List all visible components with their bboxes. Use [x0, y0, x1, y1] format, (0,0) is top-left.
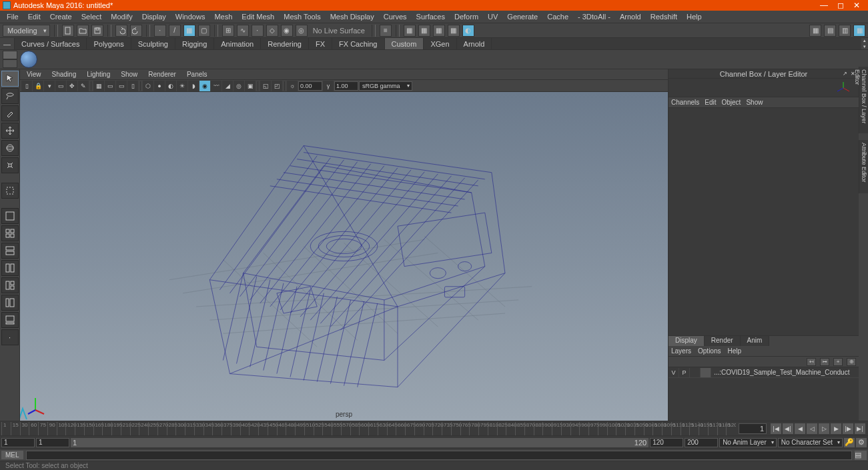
maximize-button[interactable]: ◻ — [837, 1, 844, 10]
layer-tab-display[interactable]: Display — [669, 336, 705, 346]
vp-select-camera-button[interactable]: ▯ — [21, 81, 32, 91]
construction-history-button[interactable]: ≡ — [380, 25, 392, 37]
attribute-editor-side-tab[interactable]: Attribute Editor — [859, 140, 868, 193]
vp-2d-pan-button[interactable]: ✥ — [67, 81, 77, 91]
select-object-button[interactable]: ▢ — [198, 25, 210, 37]
snap-grid-button[interactable]: ⊞ — [222, 25, 234, 37]
playback-start-field[interactable]: 1 — [36, 438, 69, 447]
vp-lock-camera-button[interactable]: 🔒 — [33, 81, 43, 91]
shelf-tab-polygons[interactable]: Polygons — [87, 38, 131, 49]
menu-create[interactable]: Create — [46, 11, 76, 22]
menu-mesh[interactable]: Mesh — [210, 11, 236, 22]
vp-gate-mask-button[interactable]: ▯ — [127, 81, 138, 91]
open-scene-button[interactable] — [77, 25, 89, 37]
layout-single-button[interactable] — [1, 208, 19, 224]
anim-end-field[interactable]: 200 — [685, 438, 718, 447]
vp-menu-renderer[interactable]: Renderer — [144, 70, 180, 79]
shelf-swatch-button[interactable] — [3, 51, 17, 68]
channel-menu-channels[interactable]: Channels — [671, 99, 699, 106]
layer-new-selected-button[interactable]: ⊕ — [847, 358, 856, 366]
menu-modify[interactable]: Modify — [107, 11, 136, 22]
vp-textured-button[interactable]: ◐ — [165, 81, 176, 91]
playback-end-field[interactable]: 120 — [650, 438, 683, 447]
menu--3dtoall-[interactable]: - 3DtoAll - — [574, 11, 614, 22]
viewport[interactable]: persp — [20, 92, 668, 421]
current-frame-field[interactable]: 1 — [739, 423, 767, 434]
shelf-tab-curves-surfaces[interactable]: Curves / Surfaces — [15, 38, 87, 49]
select-face-button[interactable]: ▦ — [183, 25, 195, 37]
vp-menu-view[interactable]: View — [23, 70, 45, 79]
layer-row[interactable]: V P ...:COVID19_Sample_Test_Machine_Cond… — [669, 367, 859, 378]
layer-tab-render[interactable]: Render — [705, 336, 741, 346]
autokey-button[interactable]: 🔑 — [844, 438, 855, 447]
shelf-scroll-down[interactable]: ▾ — [861, 44, 868, 50]
go-end-button[interactable]: ▶| — [855, 423, 865, 434]
vp-menu-shading[interactable]: Shading — [48, 70, 81, 79]
layout-two-v-button[interactable] — [1, 260, 19, 276]
menu-surfaces[interactable]: Surfaces — [412, 11, 449, 22]
snap-curve-button[interactable]: ∿ — [237, 25, 249, 37]
command-input[interactable] — [26, 451, 852, 460]
vp-colorspace-dropdown[interactable]: sRGB gamma — [359, 81, 412, 91]
vp-shaded-button[interactable]: ● — [154, 81, 165, 91]
panel-layout-2-button[interactable]: ▤ — [824, 25, 836, 37]
step-forward-key-button[interactable]: |▶ — [843, 423, 853, 434]
shelf-tab-fx-caching[interactable]: FX Caching — [332, 38, 384, 49]
render-sequence-button[interactable]: ▦ — [433, 25, 445, 37]
panel-layout-1-button[interactable]: ▦ — [809, 25, 821, 37]
menu-display[interactable]: Display — [138, 11, 170, 22]
vp-image-plane-button[interactable]: ▭ — [55, 81, 66, 91]
layer-move-up-button[interactable]: ↤ — [807, 358, 816, 366]
render-settings-button[interactable]: ▦ — [448, 25, 460, 37]
layer-new-empty-button[interactable]: + — [833, 358, 843, 366]
view-cube[interactable] — [669, 79, 859, 97]
menu-edit[interactable]: Edit — [24, 11, 45, 22]
anim-layer-dropdown[interactable]: No Anim Layer — [719, 438, 777, 447]
vp-wireframe-button[interactable]: ⬡ — [143, 81, 153, 91]
vp-bookmark-button[interactable]: ▾ — [44, 81, 55, 91]
redo-button[interactable] — [130, 25, 142, 37]
vp-dof-button[interactable]: ◎ — [234, 81, 244, 91]
menu-mesh-tools[interactable]: Mesh Tools — [280, 11, 324, 22]
vp-film-gate-button[interactable]: ▭ — [105, 81, 115, 91]
select-tool[interactable] — [1, 71, 19, 87]
layer-display-type-toggle[interactable] — [690, 368, 701, 377]
menu-edit-mesh[interactable]: Edit Mesh — [238, 11, 278, 22]
vp-shadows-button[interactable]: ◗ — [188, 81, 199, 91]
playback-prefs-button[interactable]: ⚙ — [856, 438, 867, 447]
shelf-collapse-button[interactable]: — — [0, 38, 15, 49]
shelf-item-1[interactable] — [20, 51, 37, 68]
vp-menu-show[interactable]: Show — [117, 70, 141, 79]
vp-gamma-field[interactable]: 1.00 — [334, 81, 358, 91]
paint-select-tool[interactable] — [1, 105, 19, 121]
shelf-tab-rendering[interactable]: Rendering — [261, 38, 309, 49]
shelf-tab-sculpting[interactable]: Sculpting — [131, 38, 175, 49]
vp-aa-button[interactable]: ◢ — [222, 81, 233, 91]
select-vertex-button[interactable]: · — [154, 25, 166, 37]
vp-ao-button[interactable]: ◉ — [199, 81, 210, 91]
menu-uv[interactable]: UV — [484, 11, 502, 22]
vp-isolate-button[interactable]: ▣ — [245, 81, 256, 91]
layer-name[interactable]: ...:COVID19_Sample_Test_Machine_Conduct — [711, 369, 852, 376]
menu-arnold[interactable]: Arnold — [616, 11, 645, 22]
menu-select[interactable]: Select — [77, 11, 106, 22]
hypershade-button[interactable]: ◐ — [462, 25, 474, 37]
shelf-tab-fx[interactable]: FX — [309, 38, 332, 49]
channel-list[interactable] — [669, 108, 859, 335]
range-handle[interactable]: 1120 — [71, 439, 648, 447]
snap-live-button[interactable]: ◉ — [281, 25, 293, 37]
menu-generate[interactable]: Generate — [503, 11, 542, 22]
shelf-tab-xgen[interactable]: XGen — [424, 38, 456, 49]
command-language-button[interactable]: MEL — [1, 451, 23, 459]
range-track[interactable]: 1120 — [71, 438, 648, 447]
vp-grease-button[interactable]: ✎ — [78, 81, 89, 91]
step-back-key-button[interactable]: ◀| — [783, 423, 793, 434]
vp-exposure-field[interactable]: 0.00 — [298, 81, 322, 91]
vp-motion-blur-button[interactable]: 〰 — [211, 81, 222, 91]
panel-popout-button[interactable]: ↗ — [843, 71, 849, 77]
shelf-tab-custom[interactable]: Custom — [385, 38, 424, 49]
layout-outliner-button[interactable] — [1, 295, 19, 311]
channel-menu-edit[interactable]: Edit — [705, 99, 716, 106]
ipr-render-button[interactable]: ▦ — [418, 25, 430, 37]
shelf-scroll-up[interactable]: ▴ — [861, 38, 868, 44]
